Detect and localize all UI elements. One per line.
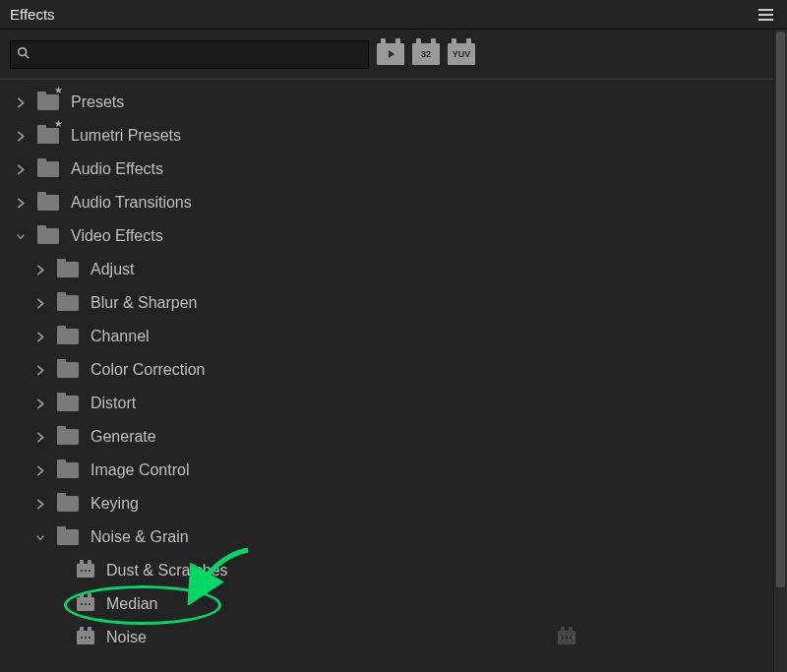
accelerated-effects-filter-icon[interactable] (377, 43, 404, 65)
folder-audio-effects[interactable]: Audio Effects (0, 153, 787, 186)
folder-icon (57, 496, 79, 512)
effect-dust-scratches[interactable]: Dust & Scratches (0, 554, 787, 587)
folder-icon (57, 462, 79, 478)
chevron-right-icon (14, 196, 28, 210)
chevron-right-icon (33, 430, 47, 444)
folder-color-correction[interactable]: Color Correction (0, 353, 787, 387)
chevron-right-icon (33, 296, 47, 310)
svg-point-0 (19, 47, 27, 55)
folder-image-control[interactable]: Image Control (0, 454, 787, 487)
panel-header: Effects (0, 0, 787, 30)
chevron-right-icon (14, 162, 28, 176)
row-label: Dust & Scratches (106, 562, 228, 580)
folder-icon (37, 228, 59, 244)
effect-icon (77, 597, 94, 611)
row-label: Image Control (91, 461, 190, 479)
row-label: Median (106, 595, 157, 613)
row-label: Generate (91, 428, 156, 446)
row-label: Adjust (91, 261, 134, 278)
folder-lumetri-presets[interactable]: Lumetri Presets (0, 119, 787, 153)
32bit-filter-icon[interactable]: 32 (412, 43, 440, 65)
chevron-down-icon (14, 229, 28, 243)
panel-menu-icon[interactable] (755, 5, 777, 25)
folder-icon (57, 529, 79, 545)
effect-icon (77, 631, 94, 644)
folder-icon (57, 329, 79, 344)
folder-channel[interactable]: Channel (0, 320, 787, 353)
svg-line-1 (26, 54, 30, 58)
chevron-right-icon (14, 129, 28, 143)
row-label: Video Effects (71, 227, 163, 245)
chevron-right-icon (33, 330, 47, 343)
panel-title: Effects (10, 6, 55, 23)
folder-icon (37, 195, 59, 211)
scrollbar[interactable] (773, 30, 787, 672)
chevron-right-icon (14, 95, 28, 109)
effects-tree: Presets Lumetri Presets Audio Effects Au… (0, 79, 787, 672)
chevron-right-icon (33, 397, 47, 410)
search-box[interactable] (10, 40, 369, 69)
folder-icon (57, 429, 79, 445)
chevron-right-icon (33, 363, 47, 377)
folder-icon (37, 128, 59, 144)
effect-noise[interactable]: Noise (0, 621, 787, 654)
row-label: Audio Transitions (71, 194, 192, 212)
search-input[interactable] (34, 47, 362, 62)
row-label: Distort (91, 395, 136, 412)
folder-video-effects[interactable]: Video Effects (0, 219, 787, 253)
toolbar: 32 YUV (0, 30, 787, 79)
row-label: Presets (71, 93, 124, 111)
row-label: Blur & Sharpen (91, 294, 198, 312)
scrollbar-thumb[interactable] (776, 31, 785, 587)
folder-audio-transitions[interactable]: Audio Transitions (0, 186, 787, 219)
folder-generate[interactable]: Generate (0, 420, 787, 454)
effect-icon (77, 564, 94, 578)
chevron-right-icon (33, 497, 47, 511)
row-label: Lumetri Presets (71, 127, 181, 145)
folder-adjust[interactable]: Adjust (0, 253, 787, 286)
folder-icon (37, 161, 59, 177)
folder-distort[interactable]: Distort (0, 387, 787, 420)
folder-blur-sharpen[interactable]: Blur & Sharpen (0, 286, 787, 320)
folder-icon (57, 295, 79, 311)
chevron-down-icon (33, 530, 47, 544)
folder-icon (57, 262, 79, 277)
folder-noise-grain[interactable]: Noise & Grain (0, 520, 787, 554)
effect-badge-icon (558, 631, 575, 644)
folder-icon (57, 396, 79, 411)
folder-presets[interactable]: Presets (0, 86, 787, 119)
search-icon (17, 46, 30, 63)
row-label: Keying (91, 495, 139, 513)
effects-panel: Effects 32 YUV Pre (0, 0, 787, 672)
chevron-right-icon (33, 263, 47, 276)
folder-icon (37, 94, 59, 110)
row-label: Audio Effects (71, 160, 163, 178)
row-label: Channel (91, 328, 150, 345)
folder-keying[interactable]: Keying (0, 487, 787, 520)
yuv-filter-icon[interactable]: YUV (448, 43, 475, 65)
row-label: Noise & Grain (91, 528, 189, 546)
chevron-right-icon (33, 463, 47, 477)
row-label: Noise (106, 629, 147, 646)
effect-median[interactable]: Median (0, 587, 787, 621)
row-label: Color Correction (91, 361, 205, 379)
folder-icon (57, 362, 79, 378)
